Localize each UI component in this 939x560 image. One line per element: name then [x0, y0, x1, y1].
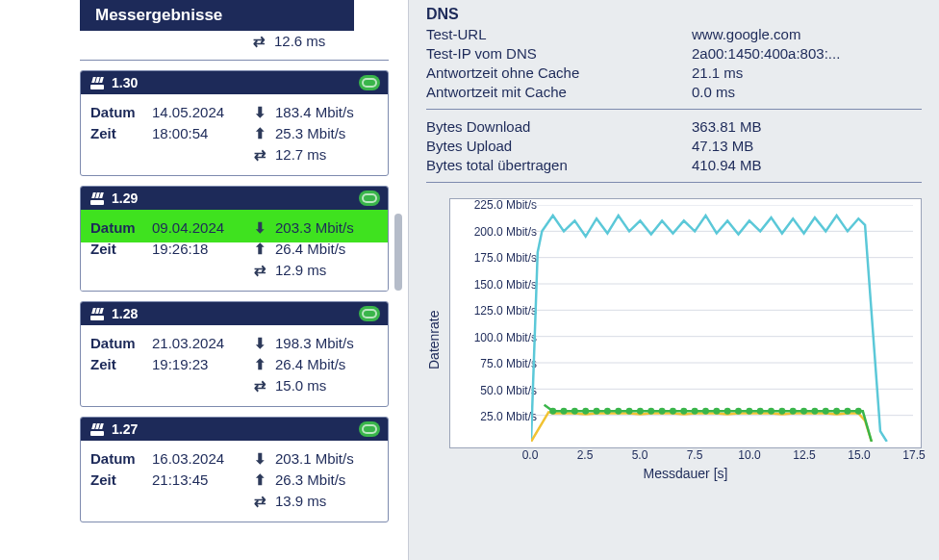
- ping-icon: ⇄: [252, 375, 267, 396]
- list-item[interactable]: 1.27Datum16.03.2024⬇203.1 Mbit/sZeit21:1…: [80, 417, 389, 522]
- marker: [670, 408, 676, 415]
- meta-row: Test-IP vom DNS2a00:1450:400a:803:...: [426, 45, 922, 62]
- marker: [615, 408, 622, 415]
- card-version: 1.28: [112, 306, 138, 321]
- measurements-title: Messergebnisse: [80, 0, 354, 31]
- marker: [637, 408, 644, 415]
- xtick-label: 12.5: [793, 448, 815, 462]
- chart-plot[interactable]: 25.0 Mbit/s50.0 Mbit/s75.0 Mbit/s100.0 M…: [449, 198, 922, 448]
- cloud-icon: [359, 75, 380, 90]
- upload-value: 26.3 Mbit/s: [275, 470, 378, 491]
- download-value: 198.3 Mbit/s: [275, 333, 378, 354]
- list-item[interactable]: 1.30Datum14.05.2024⬇183.4 Mbit/sZeit18:0…: [80, 70, 389, 176]
- meta-value: 410.94 MB: [692, 157, 922, 173]
- download-value: 183.4 Mbit/s: [275, 102, 378, 123]
- meta-key: Bytes Upload: [426, 138, 692, 154]
- list-item-partial[interactable]: ⇄ 12.6 ms: [80, 31, 389, 61]
- meta-value: www.google.com: [692, 26, 922, 42]
- meta-value: 0.0 ms: [692, 84, 922, 100]
- xtick-label: 17.5: [902, 448, 925, 462]
- ytick-label: 200.0 Mbit/s: [474, 225, 537, 239]
- marker: [746, 408, 752, 415]
- upload-value: 26.4 Mbit/s: [275, 354, 378, 375]
- meta-value: 21.1 ms: [692, 64, 922, 81]
- meta-value: 2a00:1450:400a:803:...: [692, 45, 922, 62]
- measurements-list[interactable]: ⇄ 12.6 ms 1.30Datum14.05.2024⬇183.4 Mbit…: [0, 31, 408, 560]
- router-icon: [89, 191, 106, 205]
- dns-section-title: DNS: [426, 6, 922, 23]
- card-version: 1.27: [112, 421, 138, 437]
- time-value: 21:13:45: [152, 470, 244, 491]
- divider: [426, 109, 922, 110]
- marker: [659, 408, 666, 415]
- marker: [571, 408, 578, 415]
- marker: [582, 408, 589, 415]
- upload-icon: ⬆: [252, 123, 267, 144]
- list-item[interactable]: 1.29Datum09.04.2024⬇203.3 Mbit/sZeit19:2…: [80, 186, 389, 292]
- ping-value: 12.7 ms: [275, 144, 378, 165]
- date-value: 16.03.2024: [152, 448, 244, 470]
- router-icon: [89, 76, 106, 89]
- marker: [724, 408, 731, 415]
- ytick-label: 50.0 Mbit/s: [480, 384, 537, 397]
- ping-icon: ⇄: [252, 260, 267, 281]
- xtick-label: 5.0: [632, 448, 648, 462]
- ytick-label: 25.0 Mbit/s: [480, 410, 537, 423]
- time-label: Zeit: [90, 470, 144, 491]
- xtick-label: 2.5: [577, 448, 594, 462]
- date-value: 09.04.2024: [152, 217, 244, 239]
- meta-key: Bytes total übertragen: [426, 157, 692, 173]
- upload-icon: ⬆: [252, 239, 267, 260]
- download-icon: ⬇: [252, 448, 267, 470]
- meta-row: Antwortzeit mit Cache0.0 ms: [426, 84, 922, 100]
- xtick-label: 10.0: [738, 448, 760, 462]
- marker: [790, 408, 797, 415]
- meta-key: Antwortzeit ohne Cache: [426, 64, 692, 81]
- download-icon: ⬇: [252, 217, 267, 239]
- date-label: Datum: [90, 102, 144, 123]
- upload-icon: ⬆: [252, 470, 267, 491]
- marker: [735, 408, 742, 415]
- meta-row: Antwortzeit ohne Cache21.1 ms: [426, 64, 922, 81]
- time-label: Zeit: [90, 354, 144, 375]
- meta-row: Bytes total übertragen410.94 MB: [426, 157, 922, 173]
- meta-row: Bytes Download363.81 MB: [426, 118, 922, 135]
- marker: [823, 408, 829, 415]
- card-body: Datum14.05.2024⬇183.4 Mbit/sZeit18:00:54…: [81, 94, 388, 175]
- date-label: Datum: [90, 217, 144, 239]
- download-icon: ⬇: [252, 102, 267, 123]
- marker: [680, 408, 687, 415]
- ytick-label: 125.0 Mbit/s: [474, 304, 537, 318]
- router-icon: [89, 307, 106, 320]
- card-header[interactable]: 1.27: [81, 418, 388, 441]
- meta-key: Test-IP vom DNS: [426, 45, 692, 62]
- card-version: 1.29: [112, 191, 138, 206]
- upload-value: 26.4 Mbit/s: [275, 239, 378, 260]
- cloud-icon: [359, 306, 380, 321]
- ping-value: 12.6 ms: [274, 31, 379, 52]
- time-label: Zeit: [90, 239, 144, 260]
- scrollbar[interactable]: [394, 31, 402, 560]
- meta-row: Bytes Upload47.13 MB: [426, 138, 922, 154]
- card-header[interactable]: 1.30: [81, 71, 388, 94]
- ytick-label: 225.0 Mbit/s: [474, 198, 537, 212]
- chart-xlabel: Messdauer [s]: [449, 466, 922, 481]
- ping-icon: ⇄: [252, 144, 267, 165]
- scrollbar-thumb[interactable]: [394, 214, 402, 291]
- marker: [561, 408, 568, 415]
- time-value: 19:26:18: [152, 239, 244, 260]
- upload-icon: ⬆: [252, 354, 267, 375]
- card-body: Datum09.04.2024⬇203.3 Mbit/sZeit19:26:18…: [81, 210, 388, 291]
- card-header[interactable]: 1.28: [81, 302, 388, 325]
- marker: [626, 408, 633, 415]
- marker: [811, 408, 818, 415]
- meta-key: Bytes Download: [426, 118, 692, 135]
- xtick-label: 15.0: [848, 448, 870, 462]
- card-header[interactable]: 1.29: [81, 187, 388, 210]
- marker: [702, 408, 709, 415]
- date-value: 14.05.2024: [152, 102, 244, 123]
- list-item[interactable]: 1.28Datum21.03.2024⬇198.3 Mbit/sZeit19:1…: [80, 301, 389, 407]
- ping-value: 12.9 ms: [275, 260, 378, 281]
- router-icon: [89, 422, 106, 436]
- download-value: 203.3 Mbit/s: [275, 217, 378, 239]
